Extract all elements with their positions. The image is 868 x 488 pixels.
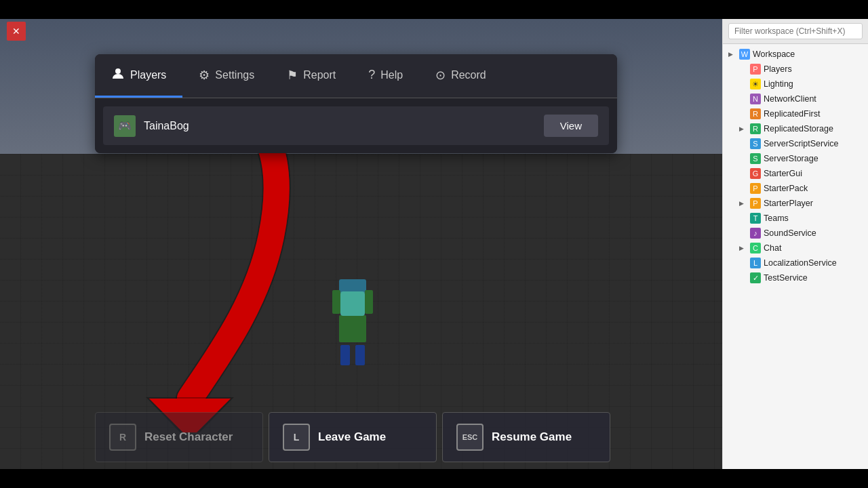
tab-report-label: Report (303, 69, 336, 81)
tree-item-serverstorage[interactable]: SServerStorage (723, 151, 868, 166)
starterpack-icon: P (750, 183, 761, 194)
testservice-icon: ✓ (750, 272, 761, 283)
replicatedfirst-label: ReplicatedFirst (764, 109, 863, 119)
tree-item-teams[interactable]: TTeams (723, 211, 868, 226)
workspace-label: Workspace (753, 49, 863, 59)
menu-tabs: Players ⚙ Settings ⚑ Report ? Help ⊙ Rec… (95, 54, 617, 98)
char-leg-right (355, 345, 365, 365)
tree-item-networkclient[interactable]: NNetworkClient (723, 92, 868, 106)
close-button[interactable]: ✕ (7, 22, 26, 41)
tab-help-label: Help (380, 69, 403, 81)
tab-settings-label: Settings (215, 69, 254, 81)
teams-label: Teams (764, 214, 863, 223)
char-legs (326, 345, 380, 365)
tree-item-replicatedfirst[interactable]: RReplicatedFirst (723, 106, 868, 121)
char-leg-left (340, 345, 350, 365)
player-name: TainaBog (144, 120, 536, 132)
record-icon: ⊙ (435, 68, 446, 83)
resume-key-badge: ESC (456, 424, 484, 451)
lighting-label: Lighting (764, 79, 863, 89)
lighting-icon: ☀ (750, 79, 761, 89)
black-bar-top (0, 0, 868, 19)
tree-item-localizationservice[interactable]: LLocalizationService (723, 256, 868, 270)
leave-game-button[interactable]: L Leave Game (269, 412, 437, 462)
avatar: 🎮 (114, 115, 136, 137)
report-icon: ⚑ (287, 68, 298, 83)
tree-item-lighting[interactable]: ☀Lighting (723, 77, 868, 92)
tree-item-starterpack[interactable]: PStarterPack (723, 181, 868, 196)
char-arm-left (332, 290, 340, 314)
soundservice-icon: ♪ (750, 228, 761, 239)
char-arm-right (365, 290, 373, 314)
chat-icon: C (750, 243, 761, 253)
tree-item-starterplayer[interactable]: ▶PStarterPlayer (723, 196, 868, 211)
networkclient-icon: N (750, 94, 761, 104)
chevron-icon: ▶ (739, 125, 747, 132)
reset-key-badge: R (109, 424, 136, 451)
replicatedfirst-icon: R (750, 108, 761, 119)
settings-icon: ⚙ (199, 68, 210, 83)
tab-settings[interactable]: ⚙ Settings (182, 54, 271, 98)
starterplayer-label: StarterPlayer (764, 199, 863, 208)
tab-players-label: Players (130, 69, 166, 81)
tab-report[interactable]: ⚑ Report (271, 54, 352, 98)
teams-icon: T (750, 213, 761, 224)
replicatedstorage-icon: R (750, 123, 761, 134)
leave-key-badge: L (283, 424, 310, 451)
player-list: 🎮 TainaBog View (95, 98, 617, 153)
testservice-label: TestService (764, 273, 863, 283)
tree-item-serverscriptservice[interactable]: SServerScriptService (723, 136, 868, 151)
game-character (326, 279, 380, 361)
reset-character-button[interactable]: R Reset Character (95, 412, 263, 462)
black-bar-bottom (0, 469, 868, 488)
leave-game-label: Leave Game (318, 430, 386, 444)
char-head (340, 291, 365, 316)
view-button[interactable]: View (544, 115, 598, 137)
tree-item-testservice[interactable]: ✓TestService (723, 270, 868, 285)
explorer-search-bar (723, 19, 868, 44)
chat-label: Chat (764, 243, 863, 253)
tree-item-startergui[interactable]: GStarterGui (723, 166, 868, 181)
explorer-panel: ▶WWorkspacePPlayers☀LightingNNetworkClie… (722, 19, 868, 469)
reset-character-label: Reset Character (144, 430, 233, 444)
tab-record-label: Record (451, 69, 486, 81)
chevron-icon: ▶ (739, 245, 747, 251)
players-label: Players (764, 64, 863, 74)
serverstorage-label: ServerStorage (764, 154, 863, 163)
starterplayer-icon: P (750, 198, 761, 209)
players-icon (111, 66, 125, 83)
tree-item-players[interactable]: PPlayers (723, 62, 868, 77)
workspace-icon: W (739, 49, 750, 60)
localizationservice-icon: L (750, 258, 761, 268)
chevron-icon: ▶ (739, 200, 747, 207)
tab-help[interactable]: ? Help (352, 54, 419, 98)
explorer-search-input[interactable] (728, 23, 863, 39)
tree-item-workspace[interactable]: ▶WWorkspace (723, 47, 868, 62)
tab-record[interactable]: ⊙ Record (419, 54, 502, 98)
players-icon: P (750, 64, 761, 75)
chevron-icon: ▶ (728, 51, 736, 58)
startergui-label: StarterGui (764, 169, 863, 178)
menu-panel: Players ⚙ Settings ⚑ Report ? Help ⊙ Rec… (95, 54, 617, 153)
replicatedstorage-label: ReplicatedStorage (764, 124, 863, 134)
startergui-icon: G (750, 168, 761, 179)
starterpack-label: StarterPack (764, 184, 863, 193)
char-body (339, 315, 366, 342)
serverstorage-icon: S (750, 153, 761, 164)
serverscriptservice-icon: S (750, 138, 761, 149)
resume-game-button[interactable]: ESC Resume Game (442, 412, 610, 462)
bottom-buttons: R Reset Character L Leave Game ESC Resum… (95, 412, 610, 462)
help-icon: ? (368, 68, 375, 82)
tab-players[interactable]: Players (95, 54, 182, 98)
player-row: 🎮 TainaBog View (103, 106, 609, 145)
resume-game-label: Resume Game (492, 430, 572, 444)
soundservice-label: SoundService (764, 228, 863, 238)
serverscriptservice-label: ServerScriptService (764, 139, 863, 148)
explorer-tree: ▶WWorkspacePPlayers☀LightingNNetworkClie… (723, 44, 868, 469)
svg-point-4 (115, 68, 121, 74)
networkclient-label: NetworkClient (764, 94, 863, 104)
localizationservice-label: LocalizationService (764, 258, 863, 268)
tree-item-chat[interactable]: ▶CChat (723, 241, 868, 256)
tree-item-replicatedstorage[interactable]: ▶RReplicatedStorage (723, 121, 868, 136)
tree-item-soundservice[interactable]: ♪SoundService (723, 226, 868, 241)
